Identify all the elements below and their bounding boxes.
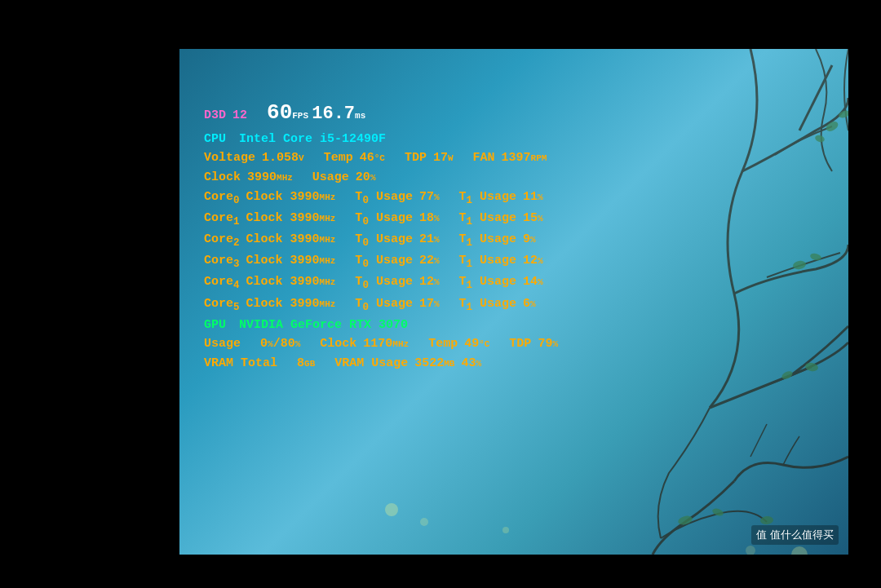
gpu-stats-row: Usage 0 % / 80 % Clock 1170 MHz Temp 49 … [204,335,759,353]
clock-label: Clock [204,169,241,187]
usage-label: Usage [312,169,349,187]
fps-value: 60 [267,98,292,129]
tdp-value: 17 [433,149,448,167]
svg-point-14 [502,527,509,533]
vram-total-value: 8 [297,355,304,373]
ms-value: 16.7 [312,101,355,127]
vram-usage-label: VRAM Usage [334,355,408,373]
svg-point-4 [809,252,822,261]
core-4-row: Core4 Clock 3990 MHz T0 Usage 12 % T1 Us… [204,273,759,293]
fps-row: D3D 12 60 FPS 16.7 ms [204,98,759,129]
osd-overlay: D3D 12 60 FPS 16.7 ms CPU Intel Core i5-… [204,98,759,374]
clock-value: 3990 [247,169,277,187]
gpu-clock-unit: MHz [392,338,409,351]
svg-point-3 [792,260,806,271]
vram-total-label: VRAM Total [204,355,277,373]
gpu-usage-label: Usage [204,335,241,353]
gpu-tdp-value: 79 [538,335,552,353]
svg-point-12 [791,546,808,555]
cpu-name-row: CPU Intel Core i5-12490F [204,130,759,148]
svg-point-2 [814,134,826,144]
vram-usage-pct-unit: % [476,358,481,371]
temp-label: Temp [324,149,353,167]
svg-point-13 [746,546,755,555]
vram-usage-value: 3522 [414,355,444,373]
gpu-clock-value: 1170 [363,335,392,353]
core-2-row: Core2 Clock 3990 MHz T0 Usage 21 % T1 Us… [204,231,759,250]
svg-point-10 [385,503,398,516]
usage-value: 20 [356,169,370,187]
gpu-name-row: GPU NVIDIA GeForce RTX 3070 [204,316,759,334]
gpu-tdp-label: TDP [509,335,531,353]
fan-label: FAN [473,149,495,167]
tdp-unit: W [448,153,454,166]
screen-background: D3D 12 60 FPS 16.7 ms CPU Intel Core i5-… [179,49,848,555]
cpu-name: Intel Core i5-12490F [239,130,386,148]
tdp-label: TDP [405,149,427,167]
gpu-label: GPU [204,316,226,334]
watermark: 值 值什么值得买 [751,525,839,545]
gpu-temp-label: Temp [428,335,458,353]
fan-unit: RPM [531,153,547,166]
gpu-usage-val1: 0 [260,335,268,353]
cpu-label: CPU [204,130,226,148]
cpu-stats-row: Voltage 1.058 V Temp 46 °C TDP 17 W FAN … [204,149,759,167]
vram-row: VRAM Total 8 GB VRAM Usage 3522 MB 43 % [204,355,759,373]
svg-point-11 [420,518,428,526]
fan-value: 1397 [502,149,531,167]
temp-unit: °C [374,153,385,166]
voltage-unit: V [299,153,304,166]
cpu-clock-row: Clock 3990 MHz Usage 20 % [204,169,759,187]
clock-unit: MHz [277,172,293,185]
usage-unit: % [370,172,376,185]
vram-usage-pct: 43 [461,355,476,373]
gpu-usage-val2: 80 [281,335,295,353]
gpu-name: NVIDIA GeForce RTX 3070 [239,316,408,334]
ms-unit: ms [355,110,361,123]
core-1-row: Core1 Clock 3990 MHz T0 Usage 18 % T1 Us… [204,210,759,229]
temp-value: 46 [360,149,374,167]
core-5-row: Core5 Clock 3990 MHz T0 Usage 17 % T1 Us… [204,295,759,315]
gpu-temp-unit: °C [479,338,489,351]
vram-usage-unit: MB [444,358,454,371]
gpu-temp-value: 49 [464,335,479,353]
api-label: D3D [204,107,226,125]
core-0-row: Core0 Clock 3990 MHz T0 Usage 77 % T1 Us… [204,188,759,208]
gpu-tdp-unit: % [552,338,558,351]
voltage-label: Voltage [204,149,255,167]
vram-total-unit: GB [304,358,315,371]
gpu-clock-label: Clock [320,335,356,353]
voltage-value: 1.058 [262,149,299,167]
api-version: 12 [232,107,247,125]
core-3-row: Core3 Clock 3990 MHz T0 Usage 22 % T1 Us… [204,252,759,272]
fps-unit: FPS [292,110,299,123]
